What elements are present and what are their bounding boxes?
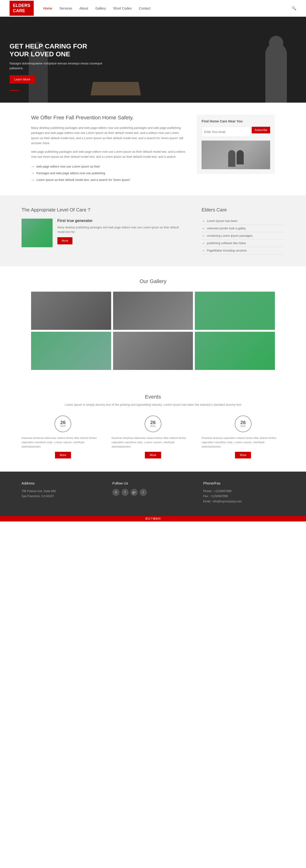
footer-address-col: Address 795 Folsom Ave, Suite 600 San Fr…: [22, 481, 103, 504]
footer-email: Email : info@mycompany.com: [203, 499, 284, 504]
nav-shortcodes[interactable]: Short Codes: [113, 6, 132, 10]
offer-para2: web page publishing packages and web pag…: [31, 149, 187, 160]
find-care-img-placeholder: [201, 141, 270, 169]
footer-email-label: Email :: [203, 500, 212, 503]
search-icon[interactable]: 🔍: [291, 6, 297, 10]
find-care-image: [201, 141, 270, 169]
event-text: Kasetras tertoerae daienriae mlaera fert…: [22, 436, 105, 449]
gallery-item[interactable]: [195, 332, 275, 370]
care-card: First true generator Many desktop publis…: [22, 219, 187, 247]
footer-phone-col: Phone/Fax Phone : +1234567890 Fax : +123…: [203, 481, 284, 504]
elders-list-item: → containing Lorem ipsum passages,: [201, 232, 284, 240]
nav-home[interactable]: Home: [43, 6, 52, 10]
find-care-box: Find Home Care Near You Subscribe: [197, 115, 275, 174]
watermark: 原任下载制作: [0, 516, 306, 522]
elders-list-item: → unknown printer took a galley: [201, 225, 284, 232]
offer-list-item: → Lorem Ipsum as their default model tex…: [31, 177, 187, 183]
main-nav: Home Services About Gallery Short Codes …: [43, 6, 291, 10]
footer-fax: Fax : +1234567890: [203, 494, 284, 499]
offer-left: We Offer Free Fall Prevention Home Safet…: [31, 115, 187, 183]
nav-about[interactable]: About: [79, 6, 88, 10]
arrow-icon: →: [201, 234, 205, 238]
twitter-icon[interactable]: 𝕏: [112, 489, 119, 496]
hero-person-right: [266, 43, 287, 103]
offer-section: We Offer Free Fall Prevention Home Safet…: [0, 103, 306, 195]
events-grid: 26 AUG Kasetras tertoerae daienriae mlae…: [22, 415, 284, 460]
gallery-item[interactable]: [31, 292, 111, 330]
event-more-button[interactable]: More: [55, 452, 71, 459]
footer-address-line2: San Francisco, CA 94107: [22, 494, 103, 499]
hero-accent-line: [9, 90, 19, 91]
learn-more-button[interactable]: Learn More: [9, 75, 35, 84]
elders-list: → Lorem Ipsum has been → unknown printer…: [201, 217, 284, 254]
find-care-form: Subscribe: [201, 127, 270, 137]
arrow-icon: →: [201, 241, 205, 245]
event-more-button[interactable]: More: [235, 452, 251, 459]
offer-right: Find Home Care Near You Subscribe: [197, 115, 275, 183]
care-more-button[interactable]: More: [57, 237, 73, 244]
figure-b: [237, 150, 244, 164]
care-level: The Appropriate Level Of Care ? First tr…: [22, 207, 187, 254]
elders-list-item: → PageMaker including versions: [201, 247, 284, 254]
gallery-heading: Our Gallery: [31, 278, 275, 284]
gallery-item[interactable]: [195, 292, 275, 330]
arrow-icon: →: [201, 219, 205, 223]
gallery-section: Our Gallery: [0, 266, 306, 382]
elders-list-text: unknown printer took a galley: [207, 227, 246, 230]
care-level-heading: The Appropriate Level Of Care ?: [22, 207, 187, 213]
footer-follow-heading: Follow Us: [112, 481, 194, 485]
event-month: AUG: [150, 425, 156, 428]
event-day: 26: [60, 420, 65, 425]
offer-list-text: web page editors now use Lorem Ipsum as …: [36, 165, 100, 168]
arrow-icon: →: [31, 172, 34, 175]
offer-heading: We Offer Free Fall Prevention Home Safet…: [31, 115, 187, 121]
offer-para1: Many desktop publishing packages and web…: [31, 126, 187, 146]
nav-services[interactable]: Services: [59, 6, 72, 10]
section-grey-inner: The Appropriate Level Of Care ? First tr…: [22, 207, 284, 254]
hero-content: GET HELP CARING FOR YOUR LOVED ONE Nasag…: [9, 42, 105, 84]
logo-line1: ELDERS: [13, 3, 30, 8]
facebook-icon[interactable]: f: [121, 489, 129, 496]
nav-contact[interactable]: Contact: [139, 6, 150, 10]
event-card: 26 AUG Kasetras fertylasa daienriae mlae…: [112, 415, 195, 460]
event-text: Kasetras fertylasa daienriae mlaera fert…: [112, 436, 195, 449]
arrow-icon: →: [201, 249, 205, 252]
figure-a: [228, 150, 235, 167]
nav-gallery[interactable]: Gallery: [95, 6, 106, 10]
elders-care-box: Elders Care → Lorem Ipsum has been → unk…: [201, 207, 284, 254]
footer-fax-value: +1234567890: [211, 495, 228, 498]
gallery-item[interactable]: [113, 332, 193, 370]
elders-list-text: PageMaker including versions: [207, 249, 247, 252]
event-month: AUG: [60, 425, 65, 428]
footer-grid: Address 795 Folsom Ave, Suite 600 San Fr…: [22, 481, 284, 504]
offer-list-text: Lorem Ipsum as their default model text,…: [36, 178, 130, 182]
google-plus-icon[interactable]: g+: [131, 489, 138, 496]
footer-phone-heading: Phone/Fax: [203, 481, 284, 485]
social-icons: 𝕏 f g+ t: [112, 489, 194, 496]
email-field[interactable]: [201, 127, 250, 137]
tumblr-icon[interactable]: t: [140, 489, 147, 496]
event-card: 26 AUG Kasetras tertoerae daienriae mlae…: [22, 415, 105, 460]
gallery-grid: [31, 292, 275, 370]
care-section: The Appropriate Level Of Care ? First tr…: [0, 195, 306, 266]
offer-list: → web page editors now use Lorem Ipsum a…: [31, 163, 187, 183]
event-date-circle: 26 AUG: [145, 415, 161, 432]
hero-subtitle: Nasagni dolorenquaene volnptase keroas e…: [9, 61, 105, 70]
offer-list-item: → Packages and web page editors now use …: [31, 170, 187, 177]
elders-list-text: publishing software like Aldus: [207, 242, 246, 245]
events-subtitle: Lorem Ipsum is simply dummy text of the …: [9, 402, 297, 407]
elders-list-item: → Lorem Ipsum has been: [201, 217, 284, 225]
care-card-image: [22, 219, 53, 247]
subscribe-button[interactable]: Subscribe: [252, 127, 270, 133]
footer-follow-col: Follow Us 𝕏 f g+ t: [112, 481, 194, 504]
gallery-item[interactable]: [113, 292, 193, 330]
gallery-item[interactable]: [31, 332, 111, 370]
event-more-button[interactable]: More: [145, 452, 161, 459]
care-card-description: Many desktop publishing packages and web…: [57, 225, 187, 235]
logo[interactable]: ELDERS CARE: [9, 1, 34, 16]
hero-title: GET HELP CARING FOR YOUR LOVED ONE: [9, 42, 105, 58]
footer: Address 795 Folsom Ave, Suite 600 San Fr…: [0, 472, 306, 516]
footer-email-value: info@mycompany.com: [213, 500, 242, 503]
elders-care-heading: Elders Care: [201, 207, 284, 213]
event-card: 26 AUG Kssetras lertyasa capicatlon mlae…: [201, 415, 284, 460]
